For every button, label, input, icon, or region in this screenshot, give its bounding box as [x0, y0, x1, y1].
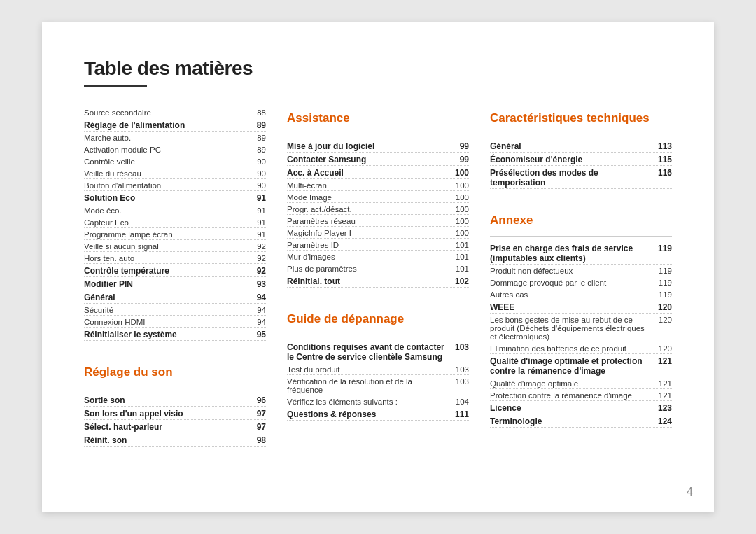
toc-page: 92 — [249, 254, 266, 262]
toc-page: 96 — [249, 395, 266, 405]
table-row: Sélect. haut-parleur97 — [84, 422, 266, 433]
toc-page: 99 — [452, 141, 469, 151]
table-row: Vérification de la résolution et de la f… — [287, 377, 469, 395]
toc-page: 90 — [249, 157, 266, 166]
toc-label: Bouton d'alimentation — [84, 181, 249, 190]
toc-page: 103 — [452, 342, 469, 352]
toc-label: Présélection des modes de temporisation — [490, 168, 655, 188]
table-row: Questions & réponses111 — [287, 409, 469, 421]
table-row: Économiseur d'énergie115 — [490, 155, 672, 166]
toc-label: Qualité d'image optimale — [490, 379, 655, 388]
toc-label: Test du produit — [287, 365, 452, 374]
toc-label: Veille du réseau — [84, 169, 249, 178]
toc-label: Mise à jour du logiciel — [287, 141, 452, 151]
toc-label: Vérification de la résolution et de la f… — [287, 377, 452, 394]
table-row: Veille du réseau90 — [84, 169, 266, 179]
toc-label: Paramètres réseau — [287, 217, 452, 225]
table-row: Acc. à Accueil100 — [287, 168, 469, 179]
toc-page: 120 — [655, 316, 672, 324]
table-row: Mode Image100 — [287, 193, 469, 203]
toc-page: 97 — [249, 422, 266, 432]
table-row: Qualité d'image optimale et protection c… — [490, 356, 672, 377]
toc-label: Source secondaire — [84, 108, 249, 117]
toc-page: 100 — [452, 229, 469, 237]
section-title: Caractéristiques techniques — [490, 111, 672, 125]
toc-page: 119 — [655, 279, 672, 287]
toc-page: 100 — [452, 217, 469, 225]
toc-label: Terminologie — [490, 416, 655, 426]
toc-page: 100 — [452, 168, 469, 178]
toc-page: 111 — [452, 409, 469, 419]
toc-label: Capteur Eco — [84, 218, 249, 227]
table-row: Activation module PC89 — [84, 146, 266, 155]
table-row: Plus de paramètres101 — [287, 265, 469, 274]
table-row: Mise à jour du logiciel99 — [287, 141, 469, 153]
table-row: Licence123 — [490, 403, 672, 414]
section-title: Assistance — [287, 111, 469, 125]
toc-page: 115 — [655, 155, 672, 164]
toc-page: 100 — [452, 205, 469, 213]
table-row: Vérifiez les éléments suivants :104 — [287, 398, 469, 407]
toc-label: Sécurité — [84, 306, 249, 314]
toc-page: 92 — [249, 242, 266, 251]
toc-page: 90 — [249, 169, 266, 178]
toc-label: Contacter Samsung — [287, 155, 452, 164]
table-row: Mode éco.91 — [84, 206, 266, 216]
table-row: MagicInfo Player I100 — [287, 229, 469, 239]
table-row: Prise en charge des frais de service (im… — [490, 244, 672, 265]
toc-label: Programme lampe écran — [84, 230, 249, 239]
toc-label: Contrôle veille — [84, 157, 249, 166]
table-row: WEEE120 — [490, 302, 672, 314]
toc-page: 116 — [655, 168, 672, 178]
table-row: Elimination des batteries de ce produit1… — [490, 344, 672, 354]
toc-label: Autres cas — [490, 290, 655, 299]
table-row: Les bons gestes de mise au rebut de ce p… — [490, 316, 672, 342]
toc-label: Progr. act./désact. — [287, 205, 452, 213]
toc-page: 94 — [249, 293, 266, 302]
toc-page: 104 — [452, 398, 469, 406]
table-row: Marche auto.89 — [84, 134, 266, 143]
toc-label: Contrôle température — [84, 266, 249, 276]
table-row: Connexion HDMI94 — [84, 318, 266, 328]
toc-page: 99 — [452, 155, 469, 164]
table-row: Paramètres ID101 — [287, 241, 469, 251]
toc-page: 91 — [249, 193, 266, 203]
toc-page: 89 — [249, 146, 266, 154]
toc-page: 124 — [655, 416, 672, 426]
toc-label: Sortie son — [84, 395, 249, 405]
table-row: Sortie son96 — [84, 395, 266, 407]
toc-page: 103 — [452, 365, 469, 374]
table-row: Général94 — [84, 293, 266, 304]
toc-label: Acc. à Accueil — [287, 168, 452, 178]
toc-label: Connexion HDMI — [84, 318, 249, 326]
table-row: Paramètres réseau100 — [287, 217, 469, 227]
toc-label: Elimination des batteries de ce produit — [490, 344, 655, 353]
toc-label: Conditions requises avant de contacter l… — [287, 342, 452, 362]
page-number: 4 — [687, 486, 693, 498]
toc-page: 95 — [249, 330, 266, 339]
toc-label: Les bons gestes de mise au rebut de ce p… — [490, 316, 655, 341]
toc-label: Marche auto. — [84, 134, 249, 142]
toc-label: Qualité d'image optimale et protection c… — [490, 356, 655, 376]
toc-label: WEEE — [490, 302, 655, 312]
toc-page: 91 — [249, 230, 266, 239]
table-row: Hors ten. auto92 — [84, 254, 266, 264]
toc-page: 100 — [452, 181, 469, 190]
toc-label: Protection contre la rémanence d'image — [490, 391, 655, 400]
table-row: Mur d'images101 — [287, 253, 469, 262]
toc-label: Plus de paramètres — [287, 265, 452, 273]
table-row: Progr. act./désact.100 — [287, 205, 469, 215]
toc-label: Veille si aucun signal — [84, 242, 249, 251]
section-title: Guide de dépannage — [287, 312, 469, 326]
toc-page: 97 — [249, 409, 266, 419]
toc-page: 89 — [249, 120, 266, 130]
table-row: Autres cas119 — [490, 290, 672, 300]
toc-page: 121 — [655, 356, 672, 366]
toc-page: 113 — [655, 141, 672, 151]
col2: AssistanceMise à jour du logiciel99Conta… — [287, 108, 490, 449]
toc-label: Solution Eco — [84, 193, 249, 203]
col1: Source secondaire88Réglage de l'alimenta… — [84, 108, 287, 449]
table-row: Solution Eco91 — [84, 193, 266, 204]
toc-label: Mur d'images — [287, 253, 452, 261]
toc-label: Réinit. son — [84, 435, 249, 445]
